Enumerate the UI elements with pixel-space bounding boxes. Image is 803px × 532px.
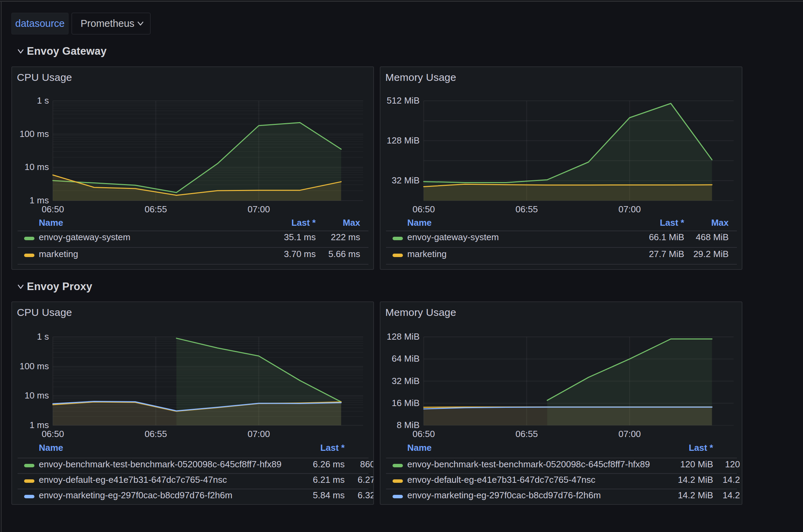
svg-text:16 MiB: 16 MiB: [392, 397, 420, 408]
svg-text:07:00: 07:00: [618, 429, 641, 439]
svg-text:10 ms: 10 ms: [24, 162, 49, 172]
svg-text:1 s: 1 s: [37, 95, 49, 106]
svg-text:07:00: 07:00: [248, 204, 270, 214]
svg-text:06:55: 06:55: [515, 429, 538, 439]
svg-text:10 ms: 10 ms: [24, 390, 49, 401]
svg-text:06:50: 06:50: [42, 429, 64, 439]
svg-text:06:50: 06:50: [413, 204, 435, 214]
svg-text:32 MiB: 32 MiB: [392, 375, 420, 386]
svg-text:512 MiB: 512 MiB: [387, 95, 419, 106]
svg-text:1 s: 1 s: [37, 331, 49, 342]
svg-text:06:55: 06:55: [145, 429, 167, 439]
svg-text:128 MiB: 128 MiB: [387, 135, 419, 146]
svg-text:07:00: 07:00: [618, 204, 641, 214]
svg-text:06:50: 06:50: [42, 204, 64, 214]
svg-text:32 MiB: 32 MiB: [392, 175, 420, 185]
svg-text:100 ms: 100 ms: [20, 128, 49, 139]
svg-text:06:55: 06:55: [145, 204, 167, 214]
svg-text:06:55: 06:55: [515, 204, 538, 214]
svg-text:64 MiB: 64 MiB: [392, 353, 420, 364]
svg-text:100 ms: 100 ms: [20, 361, 49, 371]
svg-text:128 MiB: 128 MiB: [387, 331, 419, 342]
svg-text:06:50: 06:50: [413, 429, 435, 439]
svg-text:07:00: 07:00: [248, 429, 270, 439]
